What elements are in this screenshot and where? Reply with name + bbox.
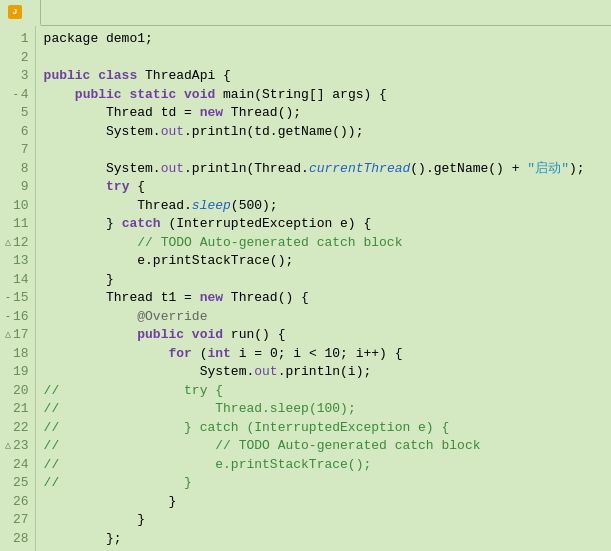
fold-indicator[interactable]: △ [4,331,12,339]
code-line: public class ThreadApi { [44,67,603,86]
line-number: △17 [4,326,29,345]
code-token [44,308,138,327]
code-token: }; [44,530,122,549]
code-token: .println(Thread. [184,160,309,179]
code-token: } [44,493,177,512]
code-token [44,326,138,345]
code-token: out [161,160,184,179]
code-line: // // TODO Auto-generated catch block [44,437,603,456]
line-number: 5 [4,104,29,123]
fold-indicator[interactable]: △ [4,442,12,450]
code-token: .println(td.getName()); [184,123,363,142]
code-line: System.out.println(td.getName()); [44,123,603,142]
code-token: Thread. [44,197,192,216]
fold-indicator[interactable]: - [12,91,20,99]
code-token: } [44,511,145,530]
line-number: 2 [4,49,29,68]
fold-indicator[interactable]: - [4,294,12,302]
code-token: } [44,215,122,234]
line-number: 18 [4,345,29,364]
code-token: // e.printStackTrace(); [44,456,372,475]
code-token: e.printStackTrace(); [44,252,294,271]
line-number: 22 [4,419,29,438]
code-token: static [129,86,184,105]
code-token: package demo1; [44,30,153,49]
code-line [44,49,603,68]
code-token: // } [44,474,192,493]
code-token: (500); [231,197,278,216]
editor-container: J 123-4567891011△121314-15-16△1718192021… [0,0,611,551]
editor-tab[interactable]: J [0,0,41,26]
code-line: } [44,271,603,290]
code-line: // Thread.sleep(100); [44,400,603,419]
line-number: 8 [4,160,29,179]
code-token [44,345,169,364]
line-number: △12 [4,234,29,253]
code-token: sleep [192,197,231,216]
line-number: -4 [4,86,29,105]
line-number: △23 [4,437,29,456]
code-token: Thread(); [231,104,301,123]
code-token: public [75,86,130,105]
code-line: Thread t1 = new Thread() { [44,289,603,308]
code-token: System. [44,363,255,382]
fold-indicator[interactable]: △ [4,239,12,247]
code-token: System. [44,123,161,142]
line-number: 13 [4,252,29,271]
code-token: { [137,178,145,197]
code-token: try { [184,382,223,401]
line-number: 27 [4,511,29,530]
code-token [44,86,75,105]
code-token: int [207,345,238,364]
line-number: 7 [4,141,29,160]
code-area: 123-4567891011△121314-15-16△171819202122… [0,26,611,551]
line-number: 19 [4,363,29,382]
code-line: // TODO Auto-generated catch block [44,234,603,253]
code-token: main(String[] args) { [223,86,387,105]
code-line: // e.printStackTrace(); [44,456,603,475]
code-token: out [161,123,184,142]
code-line: System.out.println(Thread.currentThread(… [44,160,603,179]
code-token: new [200,104,231,123]
code-token: ThreadApi { [145,67,231,86]
code-line: @Override [44,308,603,327]
code-token: ().getName() + [410,160,527,179]
code-line: package demo1; [44,30,603,49]
line-number: 21 [4,400,29,419]
line-number: -15 [4,289,29,308]
code-line: public static void main(String[] args) { [44,86,603,105]
code-line: }; [44,530,603,549]
code-token: // } catch (InterruptedException e) { [44,419,450,438]
code-content[interactable]: package demo1; public class ThreadApi { … [36,26,611,551]
code-line: public void run() { [44,326,603,345]
code-token [44,178,106,197]
line-number: 14 [4,271,29,290]
code-token: // Thread. [44,400,270,419]
code-line: System.out.println(i); [44,363,603,382]
code-token: catch [122,215,169,234]
fold-indicator[interactable]: - [4,313,12,321]
line-number: 20 [4,382,29,401]
line-number: 3 [4,67,29,86]
code-line: for (int i = 0; i < 10; i++) { [44,345,603,364]
code-token: class [98,67,145,86]
code-token: ( [200,345,208,364]
code-token: void [192,326,231,345]
code-token: i = 0; i < 10; i++) { [239,345,403,364]
code-token: "启动" [527,160,569,179]
line-number: 6 [4,123,29,142]
line-number: 26 [4,493,29,512]
code-token: for [168,345,199,364]
code-line: Thread.sleep(500); [44,197,603,216]
code-token: run() { [231,326,286,345]
code-token: @Override [137,308,207,327]
line-number: 1 [4,30,29,49]
code-line: try { [44,178,603,197]
code-token: out [254,363,277,382]
code-line: // try { [44,382,603,401]
code-token: Thread td = [44,104,200,123]
code-token: sleep [270,400,309,419]
code-token: currentThread [309,160,410,179]
line-number: 28 [4,530,29,549]
code-token: // TODO Auto-generated catch block [44,234,403,253]
